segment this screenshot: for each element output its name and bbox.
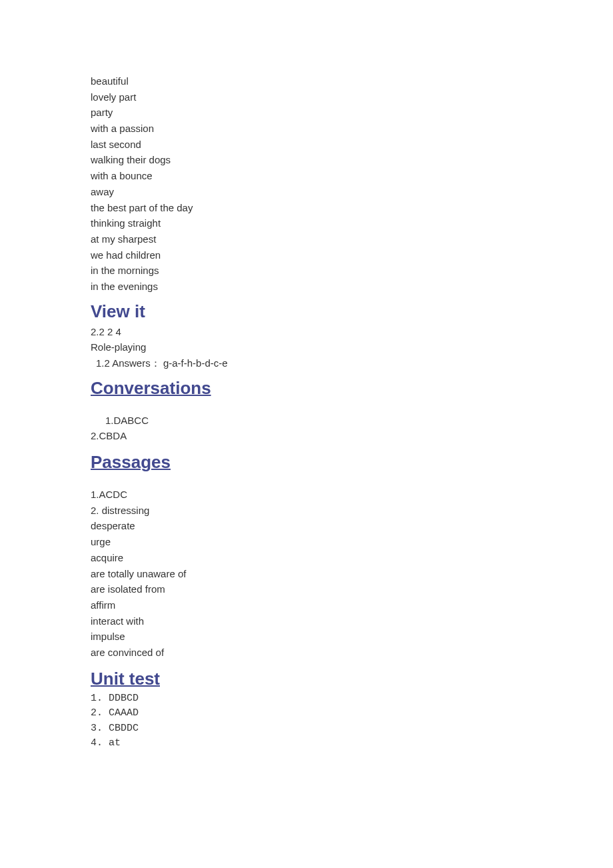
passages-list: 1.ACDC 2. distressing desperate urge acq… — [91, 487, 613, 661]
unit-test-item: 2. CAAAD — [91, 706, 613, 721]
spacer — [91, 475, 613, 487]
unit-test-item: 1. DDBCD — [91, 691, 613, 707]
word-item: in the mornings — [91, 263, 613, 279]
conversations-line: 1.DABCC — [91, 413, 613, 429]
passages-item: are isolated from — [91, 581, 613, 597]
passages-item: 2. distressing — [91, 503, 613, 519]
intro-word-list: beautiful lovely part party with a passi… — [91, 73, 613, 295]
passages-item: acquire — [91, 550, 613, 566]
word-item: lovely part — [91, 89, 613, 105]
view-it-answers: 1.2 Answers： g-a-f-h-b-d-c-e — [91, 355, 613, 371]
passages-item: impulse — [91, 629, 613, 645]
word-item: with a bounce — [91, 168, 613, 184]
word-item: party — [91, 105, 613, 121]
conversations-heading: Conversations — [91, 378, 613, 399]
word-item: the best part of the day — [91, 200, 613, 216]
word-item: we had children — [91, 247, 613, 263]
view-it-heading: View it — [91, 301, 613, 322]
passages-item: 1.ACDC — [91, 487, 613, 503]
word-item: in the evenings — [91, 279, 613, 295]
unit-test-item: 3. CBDDC — [91, 721, 613, 737]
word-item: with a passion — [91, 121, 613, 137]
view-it-line: Role-playing — [91, 339, 613, 355]
word-item: last second — [91, 137, 613, 153]
unit-test-list: 1. DDBCD 2. CAAAD 3. CBDDC 4. at — [91, 691, 613, 751]
view-it-line: 2.2 2 4 — [91, 324, 613, 340]
passages-heading: Passages — [91, 452, 613, 473]
spacer — [91, 401, 613, 413]
word-item: thinking straight — [91, 215, 613, 231]
unit-test-item: 4. at — [91, 736, 613, 751]
passages-item: affirm — [91, 597, 613, 613]
conversations-line: 2.CBDA — [91, 428, 613, 444]
word-item: walking their dogs — [91, 152, 613, 168]
passages-item: are convinced of — [91, 645, 613, 661]
word-item: away — [91, 184, 613, 200]
unit-test-heading: Unit test — [91, 669, 613, 689]
passages-item: urge — [91, 534, 613, 550]
word-item: beautiful — [91, 73, 613, 89]
word-item: at my sharpest — [91, 231, 613, 247]
passages-item: desperate — [91, 518, 613, 534]
passages-item: are totally unaware of — [91, 566, 613, 582]
passages-item: interact with — [91, 613, 613, 629]
